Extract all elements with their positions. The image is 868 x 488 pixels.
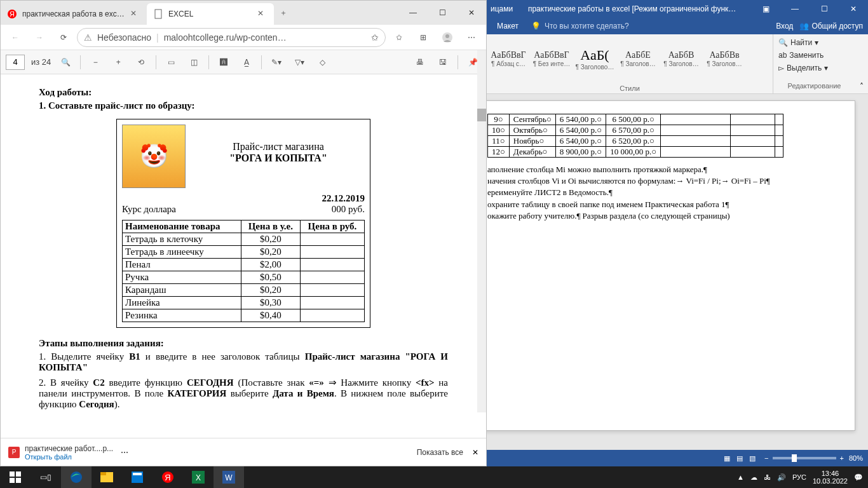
- style-item[interactable]: АаБбВв¶ Заголов…: [703, 34, 746, 83]
- cursor-icon: ▻: [778, 64, 784, 72]
- close-icon[interactable]: ✕: [130, 9, 140, 19]
- tab-2[interactable]: EXCEL ✕: [147, 3, 274, 25]
- lang-indicator[interactable]: РУС: [792, 473, 806, 481]
- onedrive-icon[interactable]: ☁: [750, 473, 757, 482]
- search-icon: 🔍: [778, 38, 788, 47]
- style-item[interactable]: АаБбЕ¶ Заголов…: [616, 34, 660, 83]
- zoom-label[interactable]: 80%: [849, 454, 863, 462]
- erase-icon[interactable]: ◇: [314, 54, 330, 71]
- lightbulb-icon: 💡: [531, 22, 541, 30]
- show-all[interactable]: Показать все: [417, 448, 463, 457]
- minimize-button[interactable]: —: [398, 1, 428, 25]
- word-window: ицами практические работы в excel [Режим…: [487, 0, 868, 466]
- login-button[interactable]: Вход: [776, 22, 793, 30]
- print-layout-icon[interactable]: ▤: [736, 454, 743, 463]
- new-tab-button[interactable]: ＋: [274, 1, 293, 25]
- favorites-icon[interactable]: ✩: [388, 27, 410, 48]
- body-text: аполнение столбца Mi можно выполнить про…: [487, 164, 842, 222]
- calculator-icon[interactable]: [122, 466, 153, 488]
- profile-icon[interactable]: [437, 27, 458, 48]
- reload-button[interactable]: ⟳: [53, 27, 74, 48]
- read-mode-icon[interactable]: ▦: [724, 454, 730, 463]
- rotate-icon[interactable]: ⟲: [133, 54, 149, 71]
- replace-icon: ab: [778, 51, 787, 60]
- table-row: 12○Декабрь○8 900,00 р.○10 000,00 р.○: [488, 147, 783, 158]
- word-document[interactable]: 9○Сентябрь○6 540,00 р.○6 500,00 р.○10○Ок…: [487, 94, 868, 450]
- zoom-out-icon[interactable]: −: [87, 54, 104, 71]
- table-row: Резинка$0,40: [123, 309, 365, 322]
- close-button[interactable]: ✕: [839, 0, 868, 18]
- pdf-content: Ход работы: 1. Составьте прайс-лист по о…: [1, 74, 486, 437]
- page-view-icon[interactable]: ◫: [186, 54, 202, 71]
- save-icon[interactable]: 🖫: [435, 54, 451, 71]
- url-input[interactable]: ⚠ Небезопасно | maloohtcollege.ru/wp-con…: [77, 28, 386, 47]
- style-item[interactable]: АаБбВвГ¶ Без инте…: [530, 34, 573, 83]
- svg-rect-5: [10, 471, 15, 477]
- volume-icon[interactable]: 🔊: [777, 473, 786, 482]
- star-icon[interactable]: ✩: [371, 32, 379, 43]
- find-button[interactable]: 🔍Найти ▾: [777, 37, 851, 48]
- print-icon[interactable]: 🖶: [412, 54, 428, 71]
- zoom-slider[interactable]: [773, 457, 836, 459]
- ribbon-display-icon[interactable]: ▣: [751, 0, 780, 18]
- download-item[interactable]: P практические работ....р... Открыть фай…: [8, 444, 113, 461]
- word-tabs: Макет 💡 Что вы хотите сделать? Вход 👥 Об…: [487, 18, 868, 34]
- explorer-icon[interactable]: [92, 466, 122, 488]
- task-view-icon[interactable]: ▭▯: [31, 466, 61, 488]
- clock[interactable]: 13:46 10.03.2022: [813, 470, 848, 485]
- zoom-in-icon[interactable]: +: [110, 54, 126, 71]
- search-icon[interactable]: 🔍: [57, 54, 74, 71]
- back-button[interactable]: ←: [4, 27, 26, 48]
- maximize-button[interactable]: ☐: [810, 0, 839, 18]
- yandex-icon[interactable]: Я: [153, 466, 183, 488]
- svg-text:X: X: [196, 473, 201, 482]
- share-button[interactable]: 👥 Общий доступ: [799, 22, 863, 30]
- table-row: 9○Сентябрь○6 540,00 р.○6 500,00 р.○: [488, 114, 783, 125]
- zoom-in-icon[interactable]: +: [840, 454, 844, 462]
- svg-text:W: W: [225, 473, 233, 482]
- replace-button[interactable]: abЗаменить: [777, 50, 851, 61]
- minimize-button[interactable]: —: [780, 0, 810, 18]
- close-icon[interactable]: ✕: [257, 9, 268, 19]
- style-item[interactable]: АаБ(¶ Заголово…: [573, 34, 616, 83]
- highlight-icon[interactable]: ▽▾: [291, 54, 308, 71]
- forward-button[interactable]: →: [29, 27, 50, 48]
- excel-icon[interactable]: X: [183, 466, 214, 488]
- notifications-icon[interactable]: 💬: [854, 473, 863, 482]
- close-button[interactable]: ✕: [457, 1, 486, 25]
- tab-1[interactable]: Я практическая работа в excel — ✕: [1, 3, 147, 25]
- page-total: из 24: [31, 57, 51, 67]
- collections-icon[interactable]: ⊞: [412, 27, 434, 48]
- toy-image: 🤡: [122, 125, 186, 188]
- tab-2-title: EXCEL: [168, 10, 254, 18]
- scrollbar[interactable]: [477, 50, 486, 412]
- start-button[interactable]: [0, 466, 31, 488]
- security-label: Небезопасно: [97, 32, 151, 43]
- tell-me[interactable]: 💡 Что вы хотите сделать?: [525, 22, 776, 30]
- style-item[interactable]: АаБбВвГ¶ Абзац с…: [487, 34, 530, 83]
- doc-title: практические работы в excel [Режим огран…: [513, 4, 751, 13]
- zoom-out-icon[interactable]: −: [764, 454, 768, 462]
- style-item[interactable]: АаБбВ¶ Заголов…: [660, 34, 703, 83]
- menu-icon[interactable]: ⋯: [461, 27, 482, 48]
- fit-page-icon[interactable]: ▭: [163, 54, 179, 71]
- select-button[interactable]: ▻Выделить ▾: [777, 62, 851, 74]
- maximize-button[interactable]: ☐: [428, 1, 457, 25]
- web-layout-icon[interactable]: ▧: [749, 454, 756, 463]
- collapse-ribbon-icon[interactable]: ˄: [855, 34, 868, 93]
- close-icon[interactable]: ✕: [472, 448, 478, 457]
- edit-icon[interactable]: A̲: [238, 54, 255, 71]
- tray-icon[interactable]: ▲: [737, 473, 744, 481]
- read-aloud-icon[interactable]: 🅰: [215, 54, 232, 71]
- file-icon: [153, 9, 163, 19]
- scroll-thumb[interactable]: [477, 109, 486, 121]
- draw-icon[interactable]: ✎▾: [268, 54, 285, 71]
- network-icon[interactable]: 🖧: [764, 473, 771, 481]
- more-icon[interactable]: ⋯: [121, 448, 128, 457]
- word-titlebar: ицами практические работы в excel [Режим…: [487, 0, 868, 18]
- page-input[interactable]: [6, 55, 25, 70]
- tab-maket[interactable]: Макет: [491, 18, 525, 34]
- edge-icon[interactable]: [61, 466, 92, 488]
- svg-rect-13: [133, 473, 142, 475]
- word-icon[interactable]: W: [214, 466, 244, 488]
